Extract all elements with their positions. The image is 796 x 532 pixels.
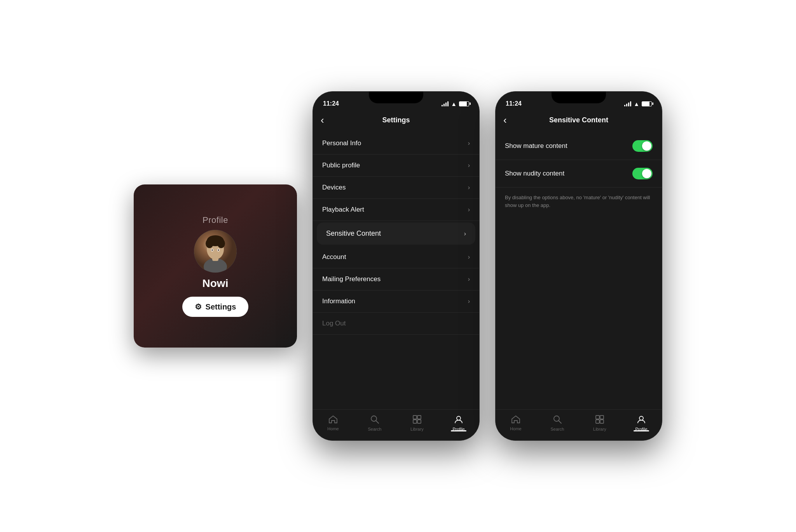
signal-icon xyxy=(442,101,449,106)
settings-menu-list: Personal Info › Public profile › Devices… xyxy=(313,132,479,409)
settings-button[interactable]: ⚙ Settings xyxy=(182,297,249,317)
avatar-image xyxy=(194,230,237,273)
nav-label-home-2: Home xyxy=(510,426,521,431)
avatar xyxy=(194,230,237,273)
profile-icon-2 xyxy=(637,415,646,425)
nav-item-profile-2[interactable]: Profile xyxy=(635,415,647,431)
disclaimer-text: By disabling the options above, no 'matu… xyxy=(496,188,662,215)
toggle-row-nudity: Show nudity content xyxy=(496,160,662,188)
home-icon-2 xyxy=(511,416,520,425)
svg-rect-22 xyxy=(600,416,604,419)
battery-icon xyxy=(459,101,469,106)
menu-item-label: Devices xyxy=(322,184,346,191)
back-button[interactable]: ‹ xyxy=(321,114,335,126)
chevron-right-icon: › xyxy=(464,230,466,237)
menu-item-label: Sensitive Content xyxy=(326,229,381,238)
menu-item-playback-alert[interactable]: Playback Alert › xyxy=(313,199,479,221)
nav-item-profile[interactable]: Profile xyxy=(452,415,464,431)
nav-item-library-2[interactable]: Library xyxy=(593,415,606,431)
home-icon xyxy=(329,416,337,425)
toggle-nudity-content[interactable] xyxy=(632,168,653,179)
menu-item-personal-info[interactable]: Personal Info › xyxy=(313,132,479,155)
settings-phone: 11:24 ▲ ‹ Settings Personal Info › Publi… xyxy=(312,91,480,441)
nav-item-search[interactable]: Search xyxy=(368,415,381,431)
menu-item-information[interactable]: Information › xyxy=(313,290,479,313)
settings-title: Settings xyxy=(335,116,457,124)
sensitive-content-phone: 11:24 ▲ ‹ Sensitive Content Show mature … xyxy=(495,91,662,441)
profile-icon xyxy=(454,415,463,425)
menu-item-label: Mailing Preferences xyxy=(322,275,381,283)
menu-item-devices[interactable]: Devices › xyxy=(313,177,479,199)
sensitive-content-screen: Show mature content Show nudity content … xyxy=(496,132,662,409)
svg-rect-14 xyxy=(413,416,417,419)
chevron-right-icon: › xyxy=(468,254,470,261)
chevron-right-icon: › xyxy=(468,206,470,213)
library-icon xyxy=(413,415,421,425)
menu-item-sensitive-content[interactable]: Sensitive Content › xyxy=(317,223,475,245)
chevron-right-icon: › xyxy=(468,184,470,191)
nav-active-indicator xyxy=(451,430,466,431)
notch-2 xyxy=(552,92,606,103)
library-icon-2 xyxy=(595,415,604,425)
nav-label-search: Search xyxy=(368,427,381,431)
chevron-right-icon: › xyxy=(468,276,470,283)
nav-label-library: Library xyxy=(410,427,424,431)
nav-item-home[interactable]: Home xyxy=(327,416,339,431)
menu-item-label: Account xyxy=(322,253,346,261)
toggle-mature-content[interactable] xyxy=(632,140,653,152)
wifi-icon: ▲ xyxy=(451,101,457,107)
search-icon xyxy=(370,415,379,425)
signal-icon-2 xyxy=(624,101,631,106)
settings-status-icons: ▲ xyxy=(442,101,469,107)
settings-bottom-nav: Home Search Library xyxy=(313,409,479,440)
profile-card-title: Profile xyxy=(202,215,228,225)
settings-header: ‹ Settings xyxy=(313,111,479,132)
svg-point-10 xyxy=(218,249,219,251)
svg-rect-23 xyxy=(596,420,599,423)
nav-label-home: Home xyxy=(327,426,339,431)
menu-item-account[interactable]: Account › xyxy=(313,246,479,268)
menu-item-logout[interactable]: Log Out xyxy=(313,313,479,335)
svg-point-5 xyxy=(206,239,213,248)
back-button-2[interactable]: ‹ xyxy=(503,114,517,126)
sensitive-status-icons: ▲ xyxy=(624,101,652,107)
svg-point-18 xyxy=(457,416,461,420)
menu-item-label: Information xyxy=(322,297,355,305)
battery-icon-2 xyxy=(642,101,652,106)
toggle-knob-2 xyxy=(642,169,651,178)
svg-point-25 xyxy=(639,416,643,420)
settings-label: Settings xyxy=(206,303,236,311)
svg-point-6 xyxy=(217,239,225,248)
profile-name: Nowi xyxy=(202,277,229,290)
menu-item-label: Personal Info xyxy=(322,139,361,147)
nav-item-search-2[interactable]: Search xyxy=(550,415,564,431)
nav-item-library[interactable]: Library xyxy=(410,415,424,431)
toggle-label-nudity: Show nudity content xyxy=(505,170,564,177)
menu-item-mailing-preferences[interactable]: Mailing Preferences › xyxy=(313,268,479,290)
sensitive-status-time: 11:24 xyxy=(506,100,522,107)
sensitive-header: ‹ Sensitive Content xyxy=(496,111,662,132)
svg-point-11 xyxy=(212,255,218,259)
wifi-icon-2: ▲ xyxy=(634,101,639,107)
sensitive-title: Sensitive Content xyxy=(517,116,640,124)
svg-point-9 xyxy=(212,249,213,251)
profile-card: Profile xyxy=(134,184,297,348)
svg-rect-21 xyxy=(596,416,599,419)
svg-rect-16 xyxy=(413,420,417,423)
menu-item-label: Log Out xyxy=(322,320,346,327)
settings-status-time: 11:24 xyxy=(323,100,339,107)
chevron-right-icon: › xyxy=(468,162,470,169)
menu-item-public-profile[interactable]: Public profile › xyxy=(313,155,479,177)
nav-label-library-2: Library xyxy=(593,427,606,431)
notch xyxy=(369,92,423,103)
svg-line-13 xyxy=(376,421,379,423)
nav-active-indicator-2 xyxy=(634,430,649,431)
menu-item-label: Playback Alert xyxy=(322,206,364,214)
nav-item-home-2[interactable]: Home xyxy=(510,416,521,431)
menu-item-label: Public profile xyxy=(322,162,360,169)
toggle-label-mature: Show mature content xyxy=(505,142,567,150)
chevron-right-icon: › xyxy=(468,298,470,305)
toggle-row-mature: Show mature content xyxy=(496,132,662,160)
gear-icon: ⚙ xyxy=(195,302,202,311)
svg-rect-15 xyxy=(417,416,421,419)
